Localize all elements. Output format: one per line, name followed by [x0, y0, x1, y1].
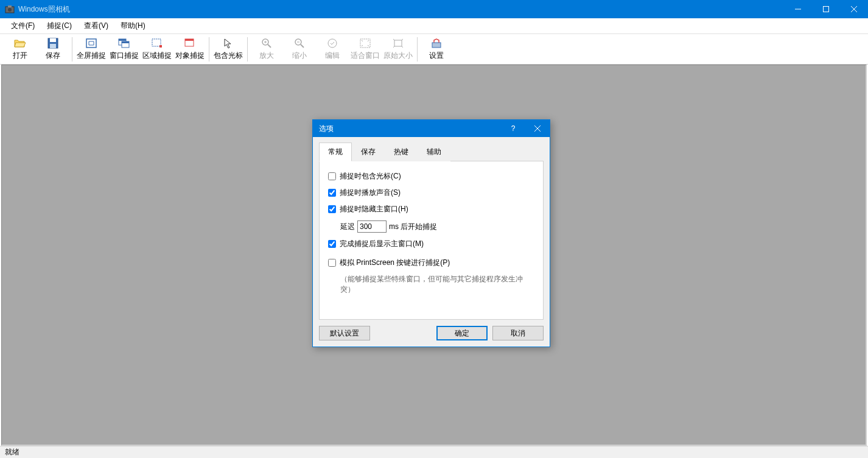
separator: [247, 37, 248, 62]
folder-open-icon: [14, 37, 26, 49]
tab-general[interactable]: 常规: [319, 143, 352, 161]
region-icon: [151, 37, 163, 49]
separator: [417, 37, 418, 62]
svg-line-20: [268, 44, 271, 48]
close-button[interactable]: [840, 0, 868, 18]
zoom-out-button[interactable]: 缩小: [283, 35, 316, 63]
fullscreen-icon: [85, 37, 97, 49]
tab-save[interactable]: 保存: [352, 143, 385, 161]
svg-rect-14: [122, 41, 129, 43]
separator: [209, 37, 209, 62]
object-capture-button[interactable]: 对象捕捉: [173, 35, 206, 63]
window-capture-button[interactable]: 窗口捕捉: [108, 35, 141, 63]
original-size-icon: [392, 37, 404, 49]
fit-window-icon: [359, 37, 371, 49]
statusbar: 就绪: [0, 446, 868, 458]
menu-capture[interactable]: 捕捉(C): [41, 18, 78, 33]
simulate-printscreen-checkbox[interactable]: [328, 259, 336, 267]
minimize-button[interactable]: [784, 0, 812, 18]
tab-assist[interactable]: 辅助: [418, 143, 450, 161]
tab-hotkey[interactable]: 热键: [385, 143, 418, 161]
menubar: 文件(F) 捕捉(C) 查看(V) 帮助(H): [0, 18, 868, 34]
include-cursor-button[interactable]: 包含光标: [212, 35, 245, 63]
svg-rect-28: [394, 40, 402, 46]
zoom-in-icon: [261, 37, 273, 49]
show-after-capture-label: 完成捕捉后显示主窗口(M): [340, 239, 424, 249]
svg-point-2: [8, 8, 12, 12]
zoom-in-button[interactable]: 放大: [250, 35, 283, 63]
dialog-body: 常规 保存 热键 辅助 捕捉时包含光标(C) 捕捉时播放声音(S) 捕捉时隐藏主…: [313, 137, 550, 347]
simulate-printscreen-label: 模拟 PrintScreen 按键进行捕捉(P): [340, 258, 450, 268]
menu-help[interactable]: 帮助(H): [114, 18, 152, 33]
delay-suffix-label: ms 后开始捕捉: [389, 222, 437, 232]
svg-rect-4: [824, 7, 829, 12]
svg-rect-29: [432, 43, 441, 48]
separator: [72, 37, 72, 62]
hide-main-window-label: 捕捉时隐藏主窗口(H): [340, 204, 408, 214]
status-text: 就绪: [5, 447, 19, 457]
cancel-button[interactable]: 取消: [492, 326, 544, 340]
save-icon: [47, 37, 59, 49]
svg-rect-8: [50, 38, 56, 42]
object-icon: [184, 37, 196, 49]
hide-main-window-checkbox[interactable]: [328, 205, 336, 213]
fullscreen-capture-button[interactable]: 全屏捕捉: [75, 35, 108, 63]
settings-icon: [430, 37, 443, 49]
zoom-out-icon: [293, 37, 306, 49]
ok-button[interactable]: 确定: [436, 326, 488, 340]
svg-rect-9: [50, 44, 56, 48]
windows-icon: [118, 37, 130, 49]
tab-panel-general: 捕捉时包含光标(C) 捕捉时播放声音(S) 捕捉时隐藏主窗口(H) 延迟 ms …: [319, 161, 544, 320]
menu-view[interactable]: 查看(V): [78, 18, 114, 33]
include-cursor-label: 捕捉时包含光标(C): [340, 171, 401, 181]
save-button[interactable]: 保存: [37, 35, 69, 63]
delay-input[interactable]: [357, 220, 387, 233]
svg-rect-12: [119, 39, 126, 41]
edit-icon: [326, 37, 338, 49]
titlebar: Windows照相机: [0, 0, 868, 18]
default-button[interactable]: 默认设置: [319, 326, 370, 340]
play-sound-checkbox[interactable]: [328, 189, 336, 197]
app-icon: [5, 4, 15, 14]
dialog-help-button[interactable]: ?: [501, 120, 525, 137]
fit-window-button[interactable]: 适合窗口: [349, 35, 382, 63]
dialog-title: 选项: [319, 124, 501, 134]
edit-button[interactable]: 编辑: [316, 35, 349, 63]
delay-prefix-label: 延迟: [340, 222, 355, 232]
play-sound-label: 捕捉时播放声音(S): [340, 188, 401, 198]
printscreen-note: （能够捕捉某些特殊窗口，但可能与其它捕捉程序发生冲突）: [340, 274, 534, 295]
app-title: Windows照相机: [18, 4, 784, 15]
open-button[interactable]: 打开: [4, 35, 37, 63]
original-size-button[interactable]: 原始大小: [382, 35, 415, 63]
cursor-icon: [222, 37, 234, 49]
tab-strip: 常规 保存 热键 辅助: [319, 142, 544, 161]
toolbar: 打开 保存 全屏捕捉 窗口捕捉 区域捕捉 对象捕捉 包含光标 放大 缩小 编辑 …: [0, 34, 868, 65]
svg-line-24: [301, 44, 304, 48]
show-after-capture-checkbox[interactable]: [328, 240, 336, 248]
svg-rect-18: [185, 39, 194, 41]
maximize-button[interactable]: [812, 0, 840, 18]
region-capture-button[interactable]: 区域捕捉: [141, 35, 173, 63]
window-controls: [784, 0, 868, 18]
include-cursor-checkbox[interactable]: [328, 172, 336, 180]
dialog-buttons: 默认设置 确定 取消: [319, 326, 544, 340]
dialog-titlebar[interactable]: 选项 ?: [313, 120, 550, 137]
svg-rect-1: [8, 5, 12, 7]
settings-button[interactable]: 设置: [420, 35, 453, 63]
svg-rect-15: [152, 39, 161, 46]
svg-rect-10: [86, 39, 96, 48]
options-dialog: 选项 ? 常规 保存 热键 辅助 捕捉时包含光标(C) 捕捉时播放声音(S) 捕…: [312, 119, 550, 347]
menu-file[interactable]: 文件(F): [5, 18, 41, 33]
dialog-close-button[interactable]: [525, 120, 550, 137]
svg-rect-16: [159, 45, 162, 48]
svg-point-26: [328, 39, 337, 48]
